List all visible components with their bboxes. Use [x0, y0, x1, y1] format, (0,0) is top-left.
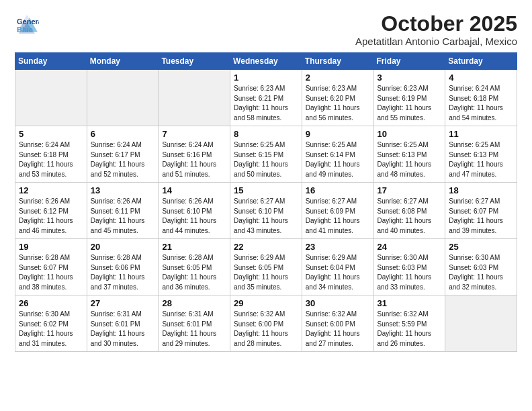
- day-number: 10: [378, 129, 442, 139]
- day-info: Sunrise: 6:25 AM Sunset: 6:13 PM Dayligh…: [378, 140, 442, 179]
- day-info: Sunrise: 6:30 AM Sunset: 6:02 PM Dayligh…: [19, 310, 83, 349]
- day-info: Sunrise: 6:24 AM Sunset: 6:16 PM Dayligh…: [162, 140, 226, 179]
- weekday-wednesday: Wednesday: [230, 53, 302, 70]
- calendar-cell: 9Sunrise: 6:25 AM Sunset: 6:14 PM Daylig…: [302, 126, 373, 183]
- week-row-3: 12Sunrise: 6:26 AM Sunset: 6:12 PM Dayli…: [15, 183, 517, 239]
- calendar-cell: 10Sunrise: 6:25 AM Sunset: 6:13 PM Dayli…: [373, 126, 445, 183]
- day-number: 11: [449, 129, 513, 139]
- day-number: 1: [234, 73, 298, 83]
- day-number: 29: [234, 298, 298, 308]
- day-number: 24: [378, 242, 442, 252]
- calendar-cell: 27Sunrise: 6:31 AM Sunset: 6:01 PM Dayli…: [87, 295, 159, 352]
- calendar-cell: 7Sunrise: 6:24 AM Sunset: 6:16 PM Daylig…: [159, 126, 230, 183]
- calendar-cell: 5Sunrise: 6:24 AM Sunset: 6:18 PM Daylig…: [15, 126, 87, 183]
- day-info: Sunrise: 6:28 AM Sunset: 6:07 PM Dayligh…: [19, 253, 83, 292]
- day-info: Sunrise: 6:31 AM Sunset: 6:01 PM Dayligh…: [162, 310, 226, 349]
- logo-icon: General Blue: [15, 12, 39, 36]
- day-number: 7: [162, 129, 226, 139]
- day-info: Sunrise: 6:23 AM Sunset: 6:21 PM Dayligh…: [234, 84, 298, 123]
- calendar-cell: [15, 70, 87, 126]
- calendar-cell: 6Sunrise: 6:24 AM Sunset: 6:17 PM Daylig…: [87, 126, 159, 183]
- day-info: Sunrise: 6:30 AM Sunset: 6:03 PM Dayligh…: [378, 253, 442, 292]
- day-info: Sunrise: 6:26 AM Sunset: 6:10 PM Dayligh…: [162, 197, 226, 236]
- calendar-table: SundayMondayTuesdayWednesdayThursdayFrid…: [15, 52, 517, 352]
- calendar-cell: 4Sunrise: 6:24 AM Sunset: 6:18 PM Daylig…: [445, 70, 517, 126]
- calendar-cell: [445, 295, 517, 352]
- day-number: 8: [234, 129, 298, 139]
- day-number: 12: [19, 185, 83, 195]
- calendar-cell: 23Sunrise: 6:29 AM Sunset: 6:04 PM Dayli…: [302, 239, 373, 295]
- week-row-4: 19Sunrise: 6:28 AM Sunset: 6:07 PM Dayli…: [15, 239, 517, 295]
- calendar-cell: 3Sunrise: 6:23 AM Sunset: 6:19 PM Daylig…: [373, 70, 445, 126]
- calendar-cell: 25Sunrise: 6:30 AM Sunset: 6:03 PM Dayli…: [445, 239, 517, 295]
- day-number: 30: [306, 298, 370, 308]
- day-info: Sunrise: 6:32 AM Sunset: 6:00 PM Dayligh…: [306, 310, 370, 349]
- calendar-cell: 21Sunrise: 6:28 AM Sunset: 6:05 PM Dayli…: [159, 239, 230, 295]
- calendar-cell: 13Sunrise: 6:26 AM Sunset: 6:11 PM Dayli…: [87, 183, 159, 239]
- day-info: Sunrise: 6:23 AM Sunset: 6:20 PM Dayligh…: [306, 84, 370, 123]
- day-info: Sunrise: 6:27 AM Sunset: 6:07 PM Dayligh…: [449, 197, 513, 236]
- day-info: Sunrise: 6:32 AM Sunset: 6:00 PM Dayligh…: [234, 310, 298, 349]
- weekday-saturday: Saturday: [445, 53, 517, 70]
- week-row-1: 1Sunrise: 6:23 AM Sunset: 6:21 PM Daylig…: [15, 70, 517, 126]
- calendar-cell: [159, 70, 230, 126]
- day-number: 23: [306, 242, 370, 252]
- calendar-cell: 22Sunrise: 6:29 AM Sunset: 6:05 PM Dayli…: [230, 239, 302, 295]
- logo: General Blue: [15, 12, 39, 36]
- day-number: 13: [91, 185, 155, 195]
- day-info: Sunrise: 6:27 AM Sunset: 6:10 PM Dayligh…: [234, 197, 298, 236]
- day-info: Sunrise: 6:24 AM Sunset: 6:17 PM Dayligh…: [91, 140, 155, 179]
- calendar-cell: 16Sunrise: 6:27 AM Sunset: 6:09 PM Dayli…: [302, 183, 373, 239]
- header: General Blue October 2025 Apetatitlan An…: [15, 12, 517, 47]
- day-info: Sunrise: 6:31 AM Sunset: 6:01 PM Dayligh…: [91, 310, 155, 349]
- day-number: 15: [234, 185, 298, 195]
- day-number: 16: [306, 185, 370, 195]
- day-number: 9: [306, 129, 370, 139]
- calendar-cell: 26Sunrise: 6:30 AM Sunset: 6:02 PM Dayli…: [15, 295, 87, 352]
- day-info: Sunrise: 6:32 AM Sunset: 5:59 PM Dayligh…: [378, 310, 442, 349]
- day-info: Sunrise: 6:24 AM Sunset: 6:18 PM Dayligh…: [449, 84, 513, 123]
- page: General Blue October 2025 Apetatitlan An…: [0, 0, 532, 411]
- calendar-cell: 11Sunrise: 6:25 AM Sunset: 6:13 PM Dayli…: [445, 126, 517, 183]
- day-number: 4: [449, 73, 513, 83]
- day-number: 25: [449, 242, 513, 252]
- svg-text:Blue: Blue: [17, 26, 33, 34]
- day-number: 3: [378, 73, 442, 83]
- calendar-cell: 19Sunrise: 6:28 AM Sunset: 6:07 PM Dayli…: [15, 239, 87, 295]
- week-row-2: 5Sunrise: 6:24 AM Sunset: 6:18 PM Daylig…: [15, 126, 517, 183]
- day-info: Sunrise: 6:26 AM Sunset: 6:11 PM Dayligh…: [91, 197, 155, 236]
- weekday-header-row: SundayMondayTuesdayWednesdayThursdayFrid…: [15, 53, 517, 70]
- day-info: Sunrise: 6:25 AM Sunset: 6:14 PM Dayligh…: [306, 140, 370, 179]
- day-info: Sunrise: 6:26 AM Sunset: 6:12 PM Dayligh…: [19, 197, 83, 236]
- day-number: 28: [162, 298, 226, 308]
- day-number: 31: [378, 298, 442, 308]
- calendar-cell: 31Sunrise: 6:32 AM Sunset: 5:59 PM Dayli…: [373, 295, 445, 352]
- day-info: Sunrise: 6:28 AM Sunset: 6:06 PM Dayligh…: [91, 253, 155, 292]
- weekday-tuesday: Tuesday: [159, 53, 230, 70]
- calendar-cell: 30Sunrise: 6:32 AM Sunset: 6:00 PM Dayli…: [302, 295, 373, 352]
- calendar-cell: 20Sunrise: 6:28 AM Sunset: 6:06 PM Dayli…: [87, 239, 159, 295]
- week-row-5: 26Sunrise: 6:30 AM Sunset: 6:02 PM Dayli…: [15, 295, 517, 352]
- day-info: Sunrise: 6:27 AM Sunset: 6:08 PM Dayligh…: [378, 197, 442, 236]
- calendar-cell: 1Sunrise: 6:23 AM Sunset: 6:21 PM Daylig…: [230, 70, 302, 126]
- day-info: Sunrise: 6:30 AM Sunset: 6:03 PM Dayligh…: [449, 253, 513, 292]
- day-number: 27: [91, 298, 155, 308]
- day-info: Sunrise: 6:23 AM Sunset: 6:19 PM Dayligh…: [378, 84, 442, 123]
- day-number: 6: [91, 129, 155, 139]
- day-number: 26: [19, 298, 83, 308]
- calendar-cell: 14Sunrise: 6:26 AM Sunset: 6:10 PM Dayli…: [159, 183, 230, 239]
- calendar-cell: 12Sunrise: 6:26 AM Sunset: 6:12 PM Dayli…: [15, 183, 87, 239]
- day-info: Sunrise: 6:24 AM Sunset: 6:18 PM Dayligh…: [19, 140, 83, 179]
- day-number: 20: [91, 242, 155, 252]
- day-number: 17: [378, 185, 442, 195]
- day-number: 18: [449, 185, 513, 195]
- day-info: Sunrise: 6:28 AM Sunset: 6:05 PM Dayligh…: [162, 253, 226, 292]
- day-info: Sunrise: 6:29 AM Sunset: 6:04 PM Dayligh…: [306, 253, 370, 292]
- day-number: 22: [234, 242, 298, 252]
- day-number: 21: [162, 242, 226, 252]
- day-number: 2: [306, 73, 370, 83]
- month-title: October 2025: [355, 12, 517, 36]
- day-number: 5: [19, 129, 83, 139]
- calendar-cell: 29Sunrise: 6:32 AM Sunset: 6:00 PM Dayli…: [230, 295, 302, 352]
- title-block: October 2025 Apetatitlan Antonio Carbaja…: [355, 12, 517, 47]
